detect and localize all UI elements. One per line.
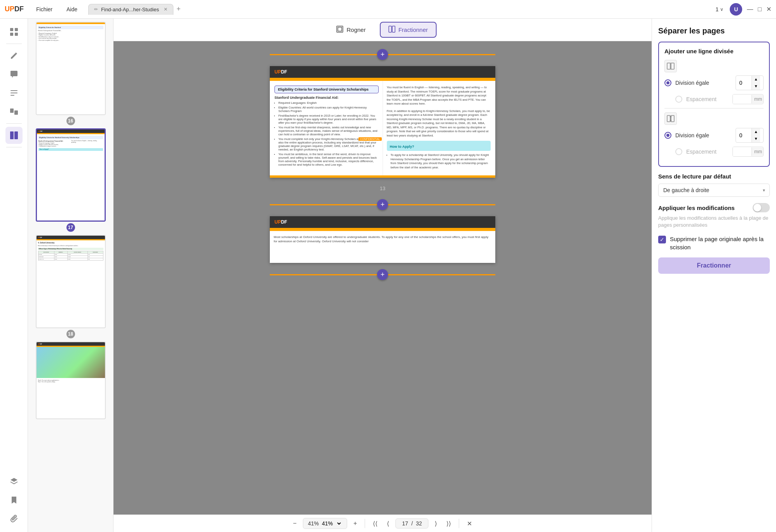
svg-rect-20 [671,116,674,122]
sidebar-icon-split[interactable] [5,127,23,144]
nav-next-btn[interactable]: ⟩ [432,518,440,529]
fractionner-button-toolbar[interactable]: Fractionner [380,22,437,38]
apply-toggle[interactable] [753,203,770,212]
add-divider-btn-top[interactable]: + [377,49,388,60]
thumbnail-image-18[interactable]: UPDF 4. Oxford University Most scholarsh… [36,235,106,328]
how-to-box: How to Apply? [387,141,491,151]
content-area: Rogner Fractionner + UPDF [114,19,652,532]
thumbnail-item-17[interactable]: UPDF Eligibility Criteria for Stanford U… [31,128,110,232]
radio-division-1[interactable] [664,79,671,86]
radio-spacing-2[interactable] [675,148,682,155]
menu-fichier[interactable]: Fichier [33,5,56,14]
division-value-1[interactable]: 0 [736,78,752,88]
thumbnail-image-17[interactable]: UPDF Eligibility Criteria for Stanford U… [36,128,106,222]
mm-value-2[interactable] [733,147,752,156]
sidebar-icon-attachment[interactable] [5,510,23,527]
nav-first-btn[interactable]: ⟨⟨ [370,518,381,529]
fractionner-label: Fractionner [398,26,428,33]
division-equal-row-2: Division égale 0 ▲ ▼ [664,128,764,143]
tab-close-btn[interactable]: ✕ [164,7,168,12]
section-separator [664,108,764,108]
reading-direction-wrapper: De gauche à droite De droite à gauche [658,184,770,197]
division-value-2[interactable]: 0 [736,131,752,140]
tab-edit-icon: ✏ [94,7,98,12]
nav-last-btn[interactable]: ⟩⟩ [443,518,454,529]
apply-section: Appliquer les modifications Applique les… [658,203,770,229]
svg-rect-5 [10,90,17,91]
delete-label: Supprimer la page originale après la sci… [670,235,770,251]
spacing-label-2: Espacement [686,149,729,155]
add-divider-btn-bottom[interactable]: + [377,269,388,280]
number-input-2[interactable]: 0 ▲ ▼ [736,128,764,143]
req-item-4: You must complete not only your Knight-H… [278,137,379,151]
division-equal-label-1: Division égale [675,80,732,86]
divider2-icon [664,112,677,125]
delete-checkbox[interactable]: ✓ [658,236,666,243]
header-page-chevron[interactable]: ∨ [720,7,724,12]
zoom-plus-btn[interactable]: + [350,518,360,528]
number-down-2[interactable]: ▼ [752,135,760,142]
header-page-num: 1 [716,6,719,12]
svg-marker-12 [10,478,17,482]
reading-direction-select[interactable]: De gauche à droite De droite à gauche [658,184,770,197]
sidebar-icon-form[interactable] [5,84,23,102]
number-input-1[interactable]: 0 ▲ ▼ [736,75,764,90]
svg-rect-19 [667,116,670,122]
number-input-btns-2: ▲ ▼ [752,128,760,142]
active-tab[interactable]: ✏ Find-and-Ap...her-Studies ✕ [88,4,173,15]
svg-rect-16 [667,63,670,69]
thumbnail-image-16[interactable]: Eligibility Criteria for Stanford Stanfo… [36,22,106,115]
sidebar-icon-layers[interactable] [5,473,23,490]
fractionner-icon [388,26,395,34]
spacing-row-2: Espacement mm [675,147,764,157]
right-text-1: First, in addition to applying to Knight… [387,109,491,138]
number-up-2[interactable]: ▲ [752,128,760,135]
svg-rect-6 [10,93,17,93]
how-to-content: To apply for a scholarship at Stanford U… [391,153,491,170]
svg-rect-2 [10,33,13,36]
add-divider-btn-middle[interactable]: + [377,199,388,210]
divider1-icon [664,60,677,72]
thumbnail-item-18[interactable]: UPDF 4. Oxford University Most scholarsh… [31,235,110,338]
req-item-5: You must be ambitious, in the best sense… [278,152,379,166]
pdf-page-14: UPDF Most scholarships at Oxford Univers… [270,216,495,263]
sidebar-icon-comment[interactable] [5,66,23,83]
add-divider-bottom[interactable]: + [270,269,495,280]
add-divider-middle[interactable]: + [270,199,495,210]
minimize-button[interactable]: — [747,5,753,13]
nav-prev-btn[interactable]: ⟨ [384,518,392,529]
mm-input-1: mm [732,94,764,104]
sidebar-icon-organize[interactable] [5,103,23,120]
number-input-btns-1: ▲ ▼ [752,76,760,90]
rogner-button[interactable]: Rogner [329,23,373,37]
pdf-logo: UPDF [274,69,287,75]
svg-rect-1 [15,28,18,31]
thumbnail-item-19[interactable]: UPDF Step 6: You must make an applicatio… [31,341,110,419]
toggle-thumb [753,204,761,212]
number-down-1[interactable]: ▼ [752,83,760,90]
number-up-1[interactable]: ▲ [752,76,760,83]
zoom-minus-btn[interactable]: − [290,518,300,528]
sidebar-icon-bookmark[interactable] [5,492,23,509]
close-window-button[interactable]: ✕ [766,5,771,13]
sidebar-icon-thumbnail[interactable] [5,23,23,40]
pdf14-logo: UPDF [274,219,287,225]
thumbnail-image-19[interactable]: UPDF Step 6: You must make an applicatio… [36,341,106,419]
radio-division-2[interactable] [664,132,671,139]
new-tab-button[interactable]: + [177,5,181,13]
mm-value-1[interactable] [733,94,752,104]
radio-spacing-1[interactable] [675,96,682,103]
menu-aide[interactable]: Aide [63,5,80,14]
thumbnail-item-16[interactable]: Eligibility Criteria for Stanford Stanfo… [31,22,110,125]
user-avatar[interactable]: U [730,3,742,16]
add-divider-top[interactable]: + [270,49,495,60]
maximize-button[interactable]: □ [758,5,762,13]
close-bar-btn[interactable]: ✕ [464,518,475,529]
sidebar-icon-edit[interactable] [5,47,23,64]
zoom-select[interactable]: 41% 50% 75% 100% [320,520,342,527]
req-item-2: First/Bachelor's degree received in 2015… [278,114,379,124]
spacing-label-1: Espacement [686,96,729,102]
fractionner-submit-button[interactable]: Fractionner [658,257,770,274]
toolbar: Rogner Fractionner [114,19,652,41]
mm-input-2: mm [732,147,764,157]
